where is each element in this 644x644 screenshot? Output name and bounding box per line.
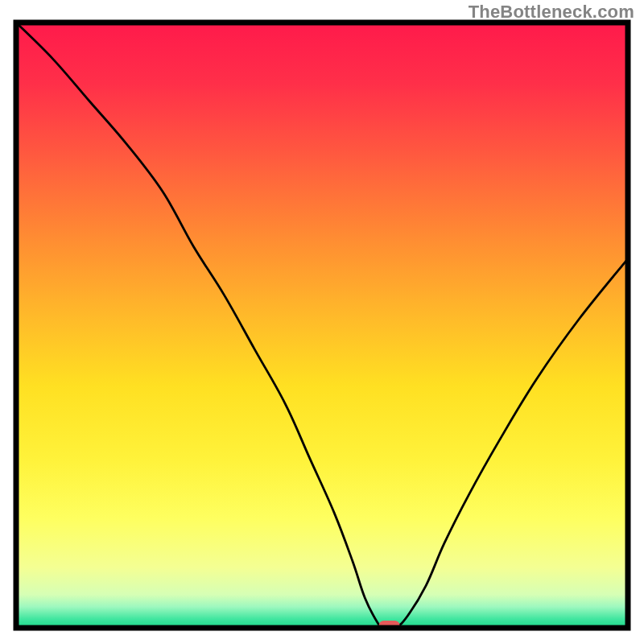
watermark-text: TheBottleneck.com [469,2,634,23]
bottleneck-chart [0,0,644,644]
chart-container: { "watermark": "TheBottleneck.com", "cha… [0,0,644,644]
plot-background [16,23,628,628]
